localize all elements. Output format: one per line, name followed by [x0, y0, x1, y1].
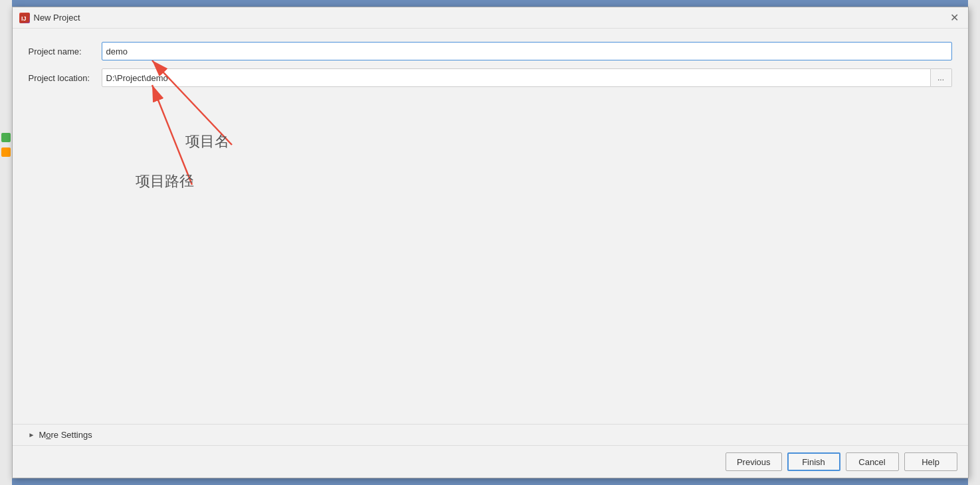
more-settings-section[interactable]: ► More Settings: [13, 424, 968, 445]
dialog-title: New Project: [34, 13, 80, 23]
project-name-label: Project name:: [29, 47, 102, 56]
dialog-content: Project name: Project location: ...: [13, 29, 968, 424]
left-sidebar-strip: [0, 0, 12, 485]
dialog-overlay: IJ New Project ✕ Project name: Project l…: [0, 0, 980, 485]
previous-button[interactable]: Previous: [726, 452, 782, 471]
more-settings-arrow-icon: ►: [29, 431, 35, 438]
finish-button[interactable]: Finish: [787, 452, 840, 471]
sidebar-icon-green: [1, 133, 11, 142]
cancel-button[interactable]: Cancel: [846, 452, 899, 471]
new-project-dialog: IJ New Project ✕ Project name: Project l…: [12, 7, 969, 478]
title-bar-left: IJ New Project: [19, 13, 80, 23]
project-location-row: Project location: ...: [29, 68, 952, 87]
right-sidebar-strip: [968, 0, 980, 485]
annotation-project-location: 项目路径: [136, 171, 194, 191]
more-settings-label-underline: o: [46, 430, 50, 440]
svg-text:IJ: IJ: [21, 15, 27, 22]
project-location-label: Project location:: [29, 73, 102, 83]
app-icon: IJ: [19, 13, 30, 23]
browse-button[interactable]: ...: [931, 68, 952, 87]
svg-line-4: [152, 85, 192, 185]
annotation-arrows: [13, 29, 968, 424]
close-button[interactable]: ✕: [948, 11, 961, 25]
more-settings-label: More Settings: [39, 430, 92, 440]
project-name-row: Project name:: [29, 42, 952, 60]
annotation-project-name: 项目名: [185, 132, 229, 151]
title-bar: IJ New Project ✕: [13, 7, 968, 29]
help-button[interactable]: Help: [904, 452, 957, 471]
project-location-input[interactable]: [102, 68, 931, 87]
project-name-input[interactable]: [102, 42, 952, 60]
sidebar-icon-orange: [1, 147, 11, 157]
bottom-button-bar: Previous Finish Cancel Help: [13, 445, 968, 478]
